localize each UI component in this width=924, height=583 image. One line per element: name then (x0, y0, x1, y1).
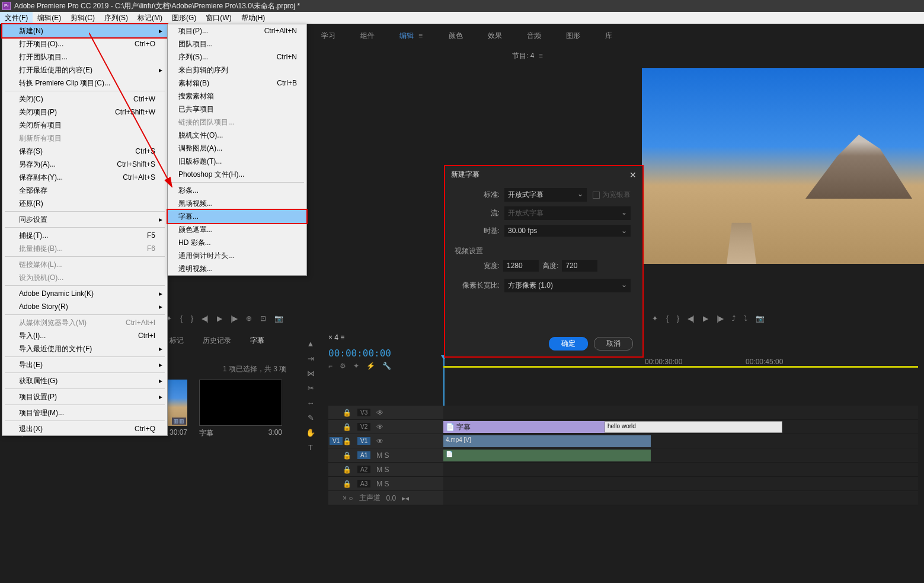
panel-tab[interactable]: 历史记录 (202, 333, 232, 348)
submenu-item[interactable]: 透明视频... (168, 262, 306, 275)
menu-2[interactable]: 剪辑(C) (66, 12, 100, 24)
menu-item[interactable]: 项目设置(P) (2, 390, 167, 403)
menu-item[interactable]: 捕捉(T)...F5 (2, 229, 167, 242)
menu-item[interactable]: 打开团队项目... (2, 50, 167, 63)
tool-palette[interactable]: ▲⇥⋈ ✂↔✎ ✋T (303, 339, 318, 452)
menu-item[interactable]: 导出(E) (2, 358, 167, 371)
menu-item[interactable]: 同步设置 (2, 213, 167, 226)
timebase-select[interactable]: 30.00 fps (504, 225, 631, 237)
new-submenu[interactable]: 项目(P)...Ctrl+Alt+N团队项目...序列(S)...Ctrl+N来… (167, 24, 307, 276)
track-v2: 🔒V2👁 📄 字幕 hello world (328, 420, 918, 434)
workspace-tab[interactable]: 颜色 (447, 28, 464, 43)
height-input[interactable] (562, 260, 597, 272)
submenu-item[interactable]: 来自剪辑的序列 (168, 63, 306, 77)
menu-item[interactable]: 全部保存 (2, 184, 167, 197)
menu-item[interactable]: 导入(I)...Ctrl+I (2, 329, 167, 342)
submenu-item[interactable]: 旧版标题(T)... (168, 155, 306, 168)
menu-item[interactable]: 保存副本(Y)...Ctrl+Alt+S (2, 171, 167, 184)
timebase-label: 时基: (457, 226, 500, 236)
menu-item[interactable]: Adobe Story(R) (2, 300, 167, 313)
file-menu[interactable]: 新建(N)打开项目(O)...Ctrl+O打开团队项目...打开最近使用的内容(… (2, 24, 168, 436)
workspace-tab[interactable]: 编辑≡ (398, 28, 425, 43)
timeline-tab[interactable]: × 4 ≡ (328, 333, 344, 342)
work-area-bar[interactable] (443, 366, 918, 368)
program-scrubber[interactable] (640, 300, 924, 308)
submenu-item[interactable]: 颜色遮罩... (168, 223, 306, 236)
submenu-item[interactable]: 已共享项目 (168, 103, 306, 116)
menu-7[interactable]: 帮助(H) (236, 12, 270, 24)
menu-item[interactable]: 获取属性(G) (2, 374, 167, 387)
menu-item[interactable]: 导入最近使用的文件(F) (2, 342, 167, 355)
export-frame-icon: 📷 (756, 314, 765, 323)
menu-3[interactable]: 序列(S) (100, 12, 133, 24)
selection-tool-icon: ▲ (307, 339, 315, 348)
menu-item: 批量捕捉(B)...F6 (2, 242, 167, 255)
menu-1[interactable]: 编辑(E) (33, 12, 66, 24)
timeline-tracks[interactable]: 🔒V3👁 🔒V2👁 📄 字幕 hello world V1🔒V1👁 4.mp4 … (328, 406, 918, 505)
source-transport[interactable]: ✦{} ◀|▶|▶ ⊕⊡📷 (166, 314, 283, 323)
menu-item[interactable]: 另存为(A)...Ctrl+Shift+S (2, 158, 167, 171)
menu-item[interactable]: 转换 Premiere Clip 项目(C)... (2, 77, 167, 90)
submenu-item[interactable]: 通用倒计时片头... (168, 249, 306, 262)
workspace-tab[interactable]: 组件 (359, 28, 376, 43)
dialog-titlebar: 新建字幕 ✕ (445, 166, 642, 183)
menu-item[interactable]: 保存(S)Ctrl+S (2, 145, 167, 158)
workspace-tabs[interactable]: 学习组件编辑≡颜色效果音频图形库 (320, 28, 613, 43)
audio-clip[interactable]: 📄 (443, 450, 651, 461)
mark-out-icon: } (677, 314, 679, 323)
close-icon[interactable]: ✕ (629, 170, 637, 180)
menu-6[interactable]: 窗口(W) (201, 12, 236, 24)
workspace-tab[interactable]: 学习 (320, 28, 337, 43)
menu-item[interactable]: 退出(X)Ctrl+Q (2, 422, 167, 435)
menu-item[interactable]: 打开最近使用的内容(E) (2, 63, 167, 77)
menu-item: 设为脱机(O)... (2, 271, 167, 284)
menu-item[interactable]: 新建(N) (1, 23, 168, 39)
program-monitor[interactable] (642, 68, 924, 264)
timeline-options[interactable]: ⌐⚙✦⚡🔧 (328, 362, 391, 370)
cancel-button[interactable]: 取消 (594, 337, 633, 351)
menu-item[interactable]: Adobe Dynamic Link(K) (2, 287, 167, 300)
menu-0[interactable]: 文件(F) (0, 12, 33, 24)
menu-item[interactable]: 打开项目(O)...Ctrl+O (2, 37, 167, 50)
submenu-item[interactable]: 脱机文件(O)... (168, 129, 306, 142)
menu-bar[interactable]: 文件(F)编辑(E)剪辑(C)序列(S)标记(M)图形(G)窗口(W)帮助(H) (0, 12, 924, 24)
hello-world-overlay[interactable]: hello world (605, 421, 782, 433)
workspace-tab[interactable]: 音频 (526, 28, 542, 43)
par-select[interactable]: 方形像素 (1.0) (504, 279, 631, 292)
snap-icon: ⌐ (328, 362, 332, 370)
new-caption-dialog[interactable]: 新建字幕 ✕ 标准: 开放式字幕 为宽银幕 流: 开放式字幕 时基: 30.00… (444, 165, 644, 358)
submenu-item[interactable]: 搜索素材箱 (168, 90, 306, 103)
submenu-item[interactable]: 素材箱(B)Ctrl+B (168, 77, 306, 90)
program-transport[interactable]: ✦{} ◀|▶|▶ ⤴⤵📷 (652, 314, 765, 323)
submenu-item[interactable]: 序列(S)...Ctrl+N (168, 50, 306, 63)
submenu-item[interactable]: HD 彩条... (168, 236, 306, 249)
submenu-item[interactable]: Photoshop 文件(H)... (168, 168, 306, 181)
submenu-item[interactable]: 黑场视频... (168, 197, 306, 210)
standard-select[interactable]: 开放式字幕 (504, 188, 587, 202)
width-input[interactable] (503, 260, 539, 272)
program-tab[interactable]: 节目: 4 ≡ (507, 49, 548, 63)
ok-button[interactable]: 确定 (549, 337, 588, 351)
workspace-tab[interactable]: 图形 (565, 28, 581, 43)
panel-tab[interactable]: 字幕 (249, 333, 266, 348)
workspace-tab[interactable]: 库 (604, 28, 613, 43)
menu-4[interactable]: 标记(M) (133, 12, 167, 24)
workspace-tab[interactable]: 效果 (487, 28, 503, 43)
menu-item[interactable]: 还原(R) (2, 197, 167, 210)
razor-tool-icon: ✂ (308, 384, 314, 393)
menu-item[interactable]: 关闭项目(P)Ctrl+Shift+W (2, 106, 167, 119)
submenu-item[interactable]: 彩条... (168, 184, 306, 197)
submenu-item[interactable]: 字幕... (167, 209, 308, 224)
menu-item[interactable]: 关闭所有项目 (2, 119, 167, 132)
panel-tab[interactable]: 标记 (168, 333, 185, 348)
menu-5[interactable]: 图形(G) (167, 12, 201, 24)
video-clip[interactable]: 4.mp4 [V] (443, 435, 651, 447)
submenu-item[interactable]: 团队项目... (168, 37, 306, 50)
menu-item[interactable]: 项目管理(M)... (2, 406, 167, 419)
submenu-item[interactable]: 项目(P)...Ctrl+Alt+N (168, 24, 306, 37)
project-item[interactable]: 字幕3:00 (199, 380, 282, 438)
timeline-timecode[interactable]: 00:00:00:00 (328, 348, 391, 359)
menu-item[interactable]: 关闭(C)Ctrl+W (2, 93, 167, 106)
lower-panel-tabs[interactable]: 标记历史记录字幕 (168, 333, 266, 348)
submenu-item[interactable]: 调整图层(A)... (168, 142, 306, 155)
